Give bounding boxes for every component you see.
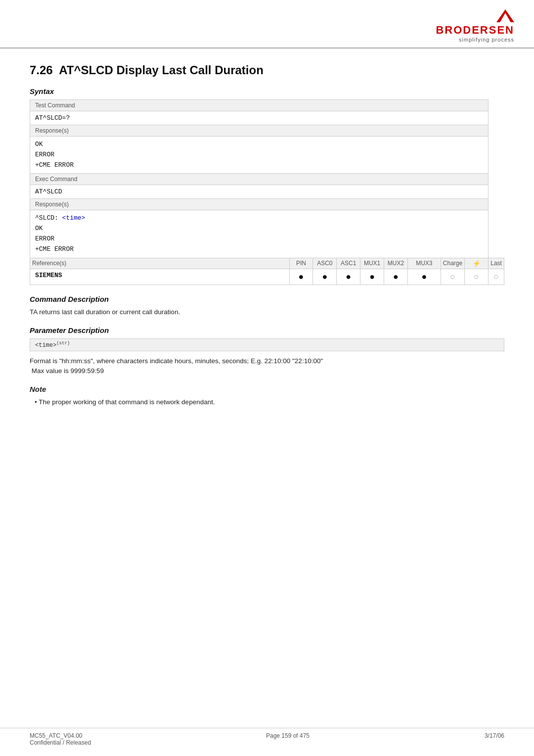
mux3-dot: ●: [407, 269, 441, 284]
note-list: The proper working of that command is ne…: [30, 397, 504, 407]
command-description-text: TA returns last call duration or current…: [30, 307, 504, 317]
syntax-heading: Syntax: [30, 87, 504, 95]
charge-header: Charge: [441, 258, 464, 269]
asc0-dot: ●: [313, 269, 337, 284]
logo-name: BRODERSEN: [436, 24, 514, 37]
exec-command-label: Exec Command: [30, 174, 489, 185]
command-description-block: Command Description TA returns last call…: [30, 295, 504, 317]
param-name-cell: <time>(str): [30, 338, 504, 351]
test-response-label-row: Response(s): [30, 125, 504, 137]
param-name: <time>: [35, 342, 56, 349]
mux3-header: MUX3: [407, 258, 441, 269]
exec-command-label-row: Exec Command: [30, 174, 504, 185]
asc1-dot: ●: [337, 269, 360, 284]
mux2-header: MUX2: [384, 258, 408, 269]
parameter-description-heading: Parameter Description: [30, 326, 504, 334]
test-response-value-row: OKERROR+CME ERROR: [30, 137, 504, 174]
footer-center: Page 159 of 475: [266, 732, 310, 746]
param-header-row: <time>(str): [30, 338, 504, 351]
charge-dot: ○: [441, 269, 464, 284]
exec-response-label: Response(s): [30, 199, 489, 210]
parameter-description-block: Parameter Description <time>(str) Format…: [30, 326, 504, 377]
page-header: BRODERSEN simplifying process: [0, 0, 534, 48]
exec-response-value: ^SLCD: <time>OKERROR+CME ERROR: [30, 210, 489, 258]
section-title: 7.26 AT^SLCD Display Last Call Duration: [30, 63, 504, 77]
footer-left-line2: Confidential / Released: [30, 739, 91, 746]
pin-header: PIN: [289, 258, 313, 269]
exec-response-value-row: ^SLCD: <time>OKERROR+CME ERROR: [30, 210, 504, 258]
note-item: The proper working of that command is ne…: [35, 397, 504, 407]
reference-header-row: Reference(s) PIN ASC0 ASC1 MUX1 MUX2 MUX…: [30, 258, 504, 269]
test-command-label-row: Test Command: [30, 100, 504, 111]
note-heading: Note: [30, 385, 504, 393]
exec-command-value: AT^SLCD: [30, 185, 489, 199]
logo-area: BRODERSEN simplifying process: [436, 9, 514, 43]
test-response-value: OKERROR+CME ERROR: [30, 137, 489, 174]
reference-data-row: SIEMENS ● ● ● ● ● ● ○ ○ ○: [30, 269, 504, 284]
symbol-header: ⚡: [465, 258, 489, 269]
exec-response-label-row: Response(s): [30, 199, 504, 210]
mux1-dot: ●: [360, 269, 384, 284]
footer-left: MC55_ATC_V04.00 Confidential / Released: [30, 732, 91, 746]
footer-right: 3/17/06: [485, 732, 504, 746]
logo-subtext: simplifying process: [459, 37, 514, 43]
test-command-value-row: AT^SLCD=?: [30, 111, 504, 125]
test-command-value: AT^SLCD=?: [30, 111, 489, 125]
symbol-dot: ○: [465, 269, 489, 284]
note-block: Note The proper working of that command …: [30, 385, 504, 407]
test-command-label: Test Command: [30, 100, 489, 111]
pin-dot: ●: [289, 269, 313, 284]
time-tag: <time>: [62, 214, 86, 222]
mux1-header: MUX1: [360, 258, 384, 269]
command-description-heading: Command Description: [30, 295, 504, 303]
test-response-label: Response(s): [30, 125, 489, 137]
last-dot: ○: [489, 269, 504, 284]
param-type: (str): [56, 341, 70, 346]
param-table: <time>(str): [30, 338, 504, 351]
ref-label-header: Reference(s): [30, 258, 290, 269]
mux2-dot: ●: [384, 269, 408, 284]
footer-left-line1: MC55_ATC_V04.00: [30, 732, 91, 739]
param-text: Format is "hh:mm:ss", where characters i…: [30, 356, 504, 377]
asc1-header: ASC1: [337, 258, 360, 269]
logo-icon: [496, 9, 514, 23]
page-footer: MC55_ATC_V04.00 Confidential / Released …: [0, 728, 534, 746]
last-header: Last: [489, 258, 504, 269]
main-content: 7.26 AT^SLCD Display Last Call Duration …: [0, 48, 534, 436]
ref-value: SIEMENS: [30, 269, 290, 284]
asc0-header: ASC0: [313, 258, 337, 269]
exec-command-value-row: AT^SLCD: [30, 185, 504, 199]
syntax-table: Test Command AT^SLCD=? Response(s) OKERR…: [30, 99, 504, 285]
